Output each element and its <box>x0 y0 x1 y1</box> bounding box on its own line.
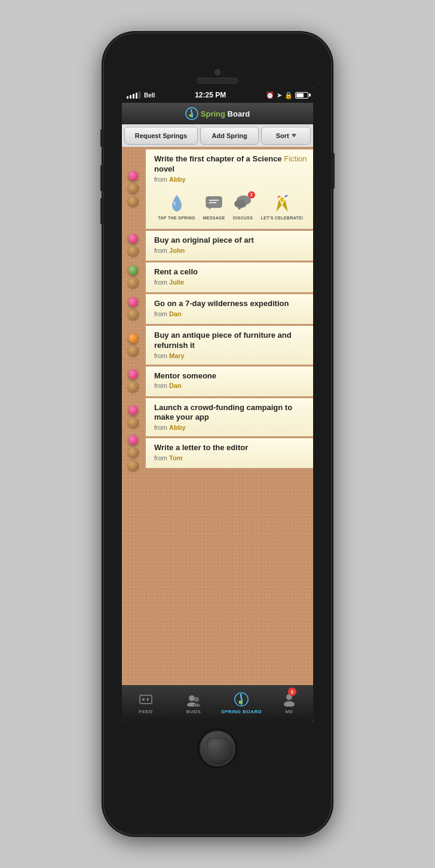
celebrate-button[interactable]: LET'S CELEBRATE! <box>261 194 304 220</box>
spring-item[interactable]: Launch a crowd-funding campaign to make … <box>146 398 313 437</box>
pin-thumb <box>128 346 139 356</box>
spring-item[interactable]: Buy an original piece of art from John <box>146 231 313 261</box>
phone-bottom <box>104 721 331 835</box>
speaker <box>197 78 238 84</box>
discuss-button[interactable]: 2 DISCUSS <box>233 194 253 220</box>
svg-point-12 <box>194 697 199 702</box>
pin <box>128 334 139 356</box>
location-icon: ➤ <box>277 91 282 99</box>
item-title: Buy an original piece of art <box>154 236 307 246</box>
carrier-label: Bell <box>144 92 155 99</box>
status-time: 12:25 PM <box>195 91 226 99</box>
pin-thumb <box>128 183 139 194</box>
item-from: from Tom <box>154 454 307 461</box>
battery-fill <box>296 93 304 97</box>
content-area[interactable]: Write the first chapter of a Science Fic… <box>122 147 313 685</box>
pin <box>128 435 139 471</box>
tab-bar: FEED BUDS <box>122 685 313 721</box>
svg-point-1 <box>189 114 192 117</box>
pin <box>128 369 139 392</box>
power-button[interactable] <box>331 153 335 189</box>
home-button[interactable] <box>200 731 235 766</box>
volume-down-button[interactable] <box>100 198 104 224</box>
pin-head <box>128 369 138 379</box>
tab-buds[interactable]: BUDS <box>170 685 218 721</box>
item-title: Write the first chapter of a Science Fic… <box>154 154 307 175</box>
spring-item[interactable]: Go on a 7-day wilderness expedition from… <box>146 294 313 324</box>
svg-point-18 <box>284 701 295 707</box>
pin-thumb <box>128 447 139 458</box>
sort-button[interactable]: Sort <box>261 127 311 145</box>
item-title: Write a letter to the editor <box>154 443 307 453</box>
item-from: from Julie <box>154 279 307 286</box>
discuss-badge-count: 2 <box>248 191 255 198</box>
home-button-inner <box>207 738 228 759</box>
celebrate-icon <box>272 194 292 214</box>
pin-thumb <box>128 460 139 471</box>
pin-head <box>128 171 138 181</box>
springboard-tab-label: SPRING BOARD <box>221 709 262 714</box>
spring-item[interactable]: Write the first chapter of a Science Fic… <box>146 149 313 229</box>
item-from: from Abby <box>154 424 307 431</box>
me-tab-label: ME <box>286 709 293 714</box>
action-row: TAP THE SPRING MESSAGE <box>154 189 307 220</box>
volume-up-button[interactable] <box>100 165 104 191</box>
buds-icon <box>186 692 201 707</box>
item-from: from Dan <box>154 382 307 389</box>
tab-springboard[interactable]: SPRING BOARD <box>218 685 265 721</box>
add-spring-button[interactable]: Add Spring <box>200 127 259 145</box>
tab-me[interactable]: 2 ME <box>265 685 313 721</box>
request-springs-button[interactable]: Request Springs <box>124 127 198 145</box>
pin-head <box>128 297 138 307</box>
pin <box>128 265 139 288</box>
feed-tab-label: FEED <box>139 709 152 714</box>
item-from: from John <box>154 247 307 254</box>
pin-thumb <box>128 277 139 288</box>
item-from: from Dan <box>154 310 307 317</box>
lock-icon: 🔒 <box>284 91 293 99</box>
spring-item[interactable]: Mentor someone from Dan <box>146 366 313 396</box>
springboard-icon <box>234 692 249 707</box>
item-title: Rent a cello <box>154 267 307 277</box>
message-button[interactable]: MESSAGE <box>203 194 225 220</box>
battery-icon <box>295 92 308 99</box>
message-icon <box>204 194 224 214</box>
spring-item[interactable]: Buy an antique piece of furniture and re… <box>146 326 313 365</box>
buds-tab-label: BUDS <box>186 709 201 714</box>
svg-point-7 <box>234 200 246 208</box>
sort-arrow-icon <box>292 134 296 137</box>
status-bar: Bell 12:25 PM ⏰ ➤ 🔒 <box>122 87 313 103</box>
toolbar: Request Springs Add Spring Sort <box>122 124 313 147</box>
spring-item[interactable]: Rent a cello from Julie <box>146 262 313 292</box>
me-tab-badge: 2 <box>288 687 296 696</box>
item-title: Launch a crowd-funding campaign to make … <box>154 403 307 423</box>
mute-button[interactable] <box>100 129 104 147</box>
phone-frame: Bell 12:25 PM ⏰ ➤ 🔒 Spring <box>104 33 331 835</box>
app-logo: Spring Board <box>185 107 250 120</box>
pin <box>128 297 139 320</box>
discuss-label: DISCUSS <box>233 216 253 220</box>
screen: Bell 12:25 PM ⏰ ➤ 🔒 Spring <box>122 87 313 721</box>
item-from: from Abby <box>154 176 307 183</box>
pin-head <box>128 234 138 243</box>
pin-head <box>128 265 138 275</box>
spring-item[interactable]: Write a letter to the editor from Tom <box>146 438 313 468</box>
message-label: MESSAGE <box>203 216 225 220</box>
pin-thumb <box>128 381 139 392</box>
item-title: Go on a 7-day wilderness expedition <box>154 299 307 309</box>
phone-top <box>104 33 331 87</box>
pin-head <box>128 435 138 445</box>
svg-point-11 <box>189 695 195 701</box>
item-from: from Mary <box>154 352 307 359</box>
status-left: Bell <box>127 91 155 99</box>
tap-spring-button[interactable]: TAP THE SPRING <box>158 194 195 220</box>
item-title: Buy an antique piece of furniture and re… <box>154 331 307 351</box>
pin-thumb <box>128 309 139 320</box>
tab-feed[interactable]: FEED <box>122 685 170 721</box>
pin <box>128 405 139 428</box>
camera <box>215 69 220 75</box>
discuss-icon: 2 <box>233 194 253 214</box>
logo-text: Spring Board <box>201 109 250 118</box>
signal-bars <box>127 91 140 99</box>
celebrate-label: LET'S CELEBRATE! <box>261 216 304 220</box>
